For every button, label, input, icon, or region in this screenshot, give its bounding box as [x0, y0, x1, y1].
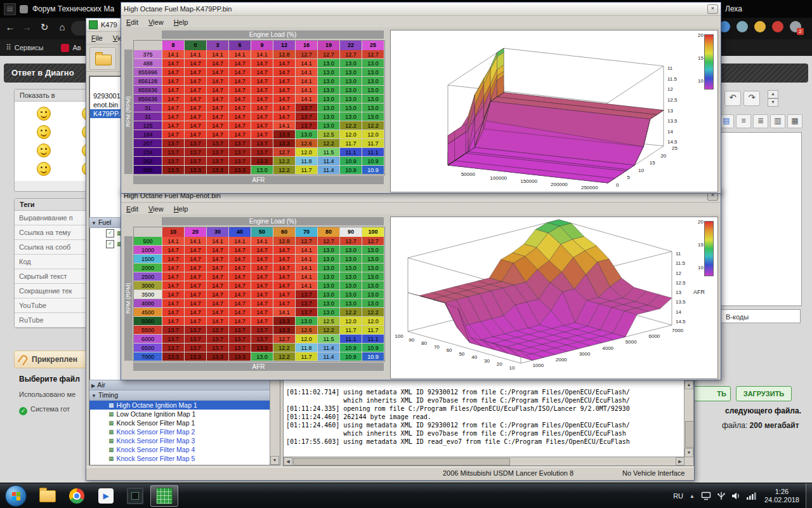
afr-cell[interactable]: 14.7: [207, 130, 229, 139]
menu-file[interactable]: File: [86, 33, 108, 43]
afr-cell[interactable]: 14.7: [273, 246, 296, 255]
afr-cell[interactable]: 12.2: [273, 166, 296, 175]
load-col-header[interactable]: 6: [229, 41, 251, 50]
start-button[interactable]: [5, 485, 27, 507]
afr-cell[interactable]: 14.7: [207, 104, 229, 112]
afr-cell[interactable]: 14.7: [185, 308, 207, 317]
afr-cell[interactable]: 13.3: [229, 352, 251, 361]
afr-cell[interactable]: 14.1: [162, 50, 185, 59]
afr-cell[interactable]: 13.0: [362, 299, 384, 308]
afr-cell[interactable]: 14.7: [162, 246, 185, 255]
afr-cell[interactable]: 12.5: [318, 317, 340, 326]
rpm-row-header[interactable]: 125: [134, 121, 162, 130]
afr-cell[interactable]: 13.0: [362, 264, 384, 272]
afr-cell[interactable]: 14.7: [185, 77, 207, 86]
afr-cell[interactable]: 14.7: [162, 317, 185, 326]
afr-cell[interactable]: 13.0: [318, 77, 340, 86]
afr-cell[interactable]: 14.7: [162, 264, 185, 272]
bookmark-second[interactable]: Ав: [72, 44, 81, 51]
afr-cell[interactable]: 14.7: [229, 290, 251, 299]
upload-button[interactable]: ЗАГРУЗИТЬ: [736, 386, 792, 401]
afr-cell[interactable]: 12.0: [362, 130, 384, 139]
rpm-row-header[interactable]: 1500: [134, 255, 162, 264]
load-col-header[interactable]: 25: [362, 41, 384, 50]
afr-cell[interactable]: 13.0: [362, 272, 384, 281]
afr-cell[interactable]: 14.7: [251, 121, 273, 130]
afr-cell[interactable]: 13.7: [229, 148, 251, 157]
afr-cell[interactable]: 14.7: [229, 59, 251, 68]
afr-cell[interactable]: 14.7: [251, 104, 273, 112]
afr-cell[interactable]: 13.0: [340, 104, 362, 112]
tree-map-item[interactable]: ▦Low Octane Ignition Map 1: [89, 410, 270, 418]
load-col-header[interactable]: 40: [229, 227, 251, 237]
afr-cell[interactable]: 14.7: [251, 299, 273, 308]
scroll-down-icon[interactable]: ▼: [270, 456, 279, 465]
afr-cell[interactable]: 14.1: [296, 86, 318, 95]
afr-cell[interactable]: 14.7: [162, 299, 185, 308]
undo-button[interactable]: ↶: [724, 91, 741, 106]
afr-cell[interactable]: 14.7: [229, 130, 251, 139]
smiley-icon[interactable]: [37, 162, 51, 176]
afr-cell[interactable]: 14.7: [251, 290, 273, 299]
afr-cell[interactable]: 14.7: [229, 112, 251, 121]
afr-cell[interactable]: 13.0: [340, 59, 362, 68]
load-col-header[interactable]: 12: [273, 41, 296, 50]
show-desktop-button[interactable]: [806, 483, 812, 508]
afr-cell[interactable]: 13.3: [273, 317, 296, 326]
tray-volume-icon[interactable]: [731, 491, 740, 500]
afr-cell[interactable]: 13.0: [318, 255, 340, 264]
afr-cell[interactable]: 13.7: [185, 148, 207, 157]
afr-cell[interactable]: 12.2: [273, 352, 296, 361]
afr-cell[interactable]: 11.7: [340, 139, 362, 148]
afr-cell[interactable]: 13.0: [318, 104, 340, 112]
afr-cell[interactable]: 14.7: [162, 281, 185, 290]
afr-cell[interactable]: 14.7: [229, 86, 251, 95]
extension-icon[interactable]: 2: [790, 21, 801, 32]
afr-cell[interactable]: 14.7: [273, 290, 296, 299]
profile-name[interactable]: Леха: [725, 4, 742, 13]
afr-cell[interactable]: 12.2: [273, 157, 296, 166]
afr-cell[interactable]: 12.0: [340, 130, 362, 139]
afr-cell[interactable]: 12.7: [340, 50, 362, 59]
menu-edit[interactable]: Edit: [121, 204, 143, 214]
tray-usb-icon[interactable]: [717, 491, 726, 500]
afr-cell[interactable]: 14.7: [162, 112, 185, 121]
afr-cell[interactable]: 11.8: [296, 157, 318, 166]
load-col-header[interactable]: 100: [362, 227, 384, 237]
tree-map-item[interactable]: ▦Knock Sensor Filter Map 2: [89, 427, 270, 436]
afr-cell[interactable]: 10.9: [362, 352, 384, 361]
afr-cell[interactable]: 14.7: [273, 68, 296, 77]
afr-cell[interactable]: 13.7: [185, 139, 207, 148]
afr-cell[interactable]: 14.1: [273, 308, 296, 317]
afr-cell[interactable]: 14.1: [273, 121, 296, 130]
afr-cell[interactable]: 13.7: [251, 148, 273, 157]
afr-cell[interactable]: 14.7: [162, 59, 185, 68]
afr-cell[interactable]: 14.7: [229, 272, 251, 281]
afr-cell[interactable]: 14.7: [251, 95, 273, 104]
load-col-header[interactable]: 20: [185, 227, 207, 237]
afr-cell[interactable]: 13.0: [340, 68, 362, 77]
afr-cell[interactable]: 11.7: [362, 139, 384, 148]
log-vscrollbar[interactable]: ▲ ▼: [684, 380, 693, 465]
rpm-row-header[interactable]: 5000: [134, 317, 162, 326]
afr-cell[interactable]: 11.4: [318, 352, 340, 361]
load-col-header[interactable]: 22: [340, 41, 362, 50]
afr-cell[interactable]: 13.0: [362, 246, 384, 255]
tree-map-item[interactable]: ▦Knock Sensor Filter Map 4: [89, 445, 270, 454]
afr-cell[interactable]: 13.0: [318, 264, 340, 272]
afr-cell[interactable]: 14.1: [296, 281, 318, 290]
rpm-row-header[interactable]: 4500: [134, 308, 162, 317]
afr-cell[interactable]: 14.7: [229, 68, 251, 77]
apps-grid-icon[interactable]: ⠿: [6, 43, 11, 52]
load-col-header[interactable]: 50: [251, 227, 273, 237]
rpm-row-header[interactable]: 375: [134, 50, 162, 59]
afr-cell[interactable]: 13.0: [318, 246, 340, 255]
afr-cell[interactable]: 13.3: [185, 166, 207, 175]
rpm-row-header[interactable]: 488: [134, 59, 162, 68]
afr-cell[interactable]: 11.1: [362, 335, 384, 344]
afr-cell[interactable]: 14.7: [251, 86, 273, 95]
load-col-header[interactable]: 70: [296, 227, 318, 237]
load-col-header[interactable]: 10: [162, 227, 185, 237]
clock[interactable]: 1:26 24.02.2018: [764, 488, 799, 504]
afr-cell[interactable]: 13.0: [296, 130, 318, 139]
